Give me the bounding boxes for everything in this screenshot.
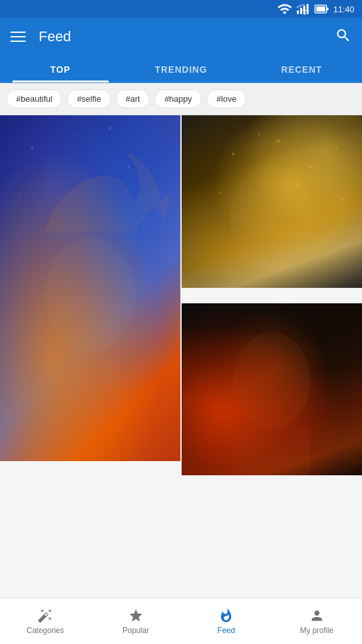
svg-rect-2 xyxy=(300,8,302,14)
wifi-icon xyxy=(277,1,292,17)
svg-point-25 xyxy=(230,167,314,270)
nav-categories-label: Categories xyxy=(26,626,64,635)
svg-point-21 xyxy=(219,191,222,194)
svg-rect-26 xyxy=(182,303,362,475)
hashtags-row: #beautiful #selfie #art #happy #love xyxy=(0,83,362,115)
tab-top[interactable]: TOP xyxy=(0,55,120,82)
status-icons: 11:40 xyxy=(277,1,354,17)
svg-rect-16 xyxy=(182,115,362,288)
svg-point-13 xyxy=(19,192,20,193)
sparkle-icon xyxy=(37,608,53,623)
battery-icon xyxy=(314,1,330,17)
image-art-1 xyxy=(0,115,180,461)
svg-point-9 xyxy=(32,147,33,149)
person-icon xyxy=(309,608,325,623)
search-button[interactable] xyxy=(335,27,352,46)
nav-myprofile-label: My profile xyxy=(300,626,334,635)
hashtag-happy[interactable]: #happy xyxy=(155,90,202,108)
bottom-nav: Categories Popular Feed My profile xyxy=(0,598,362,644)
svg-point-23 xyxy=(296,185,300,188)
tabs-bar: TOP TRENDING RECENT xyxy=(0,55,362,83)
svg-point-28 xyxy=(233,332,310,429)
svg-point-12 xyxy=(154,140,155,142)
svg-rect-6 xyxy=(327,8,329,10)
svg-point-11 xyxy=(128,166,130,168)
svg-point-17 xyxy=(232,153,234,155)
nav-categories[interactable]: Categories xyxy=(0,603,91,640)
image-art-2 xyxy=(182,115,362,288)
svg-rect-1 xyxy=(303,6,305,14)
nav-myprofile[interactable]: My profile xyxy=(272,603,363,640)
hashtag-art[interactable]: #art xyxy=(116,90,149,108)
search-icon xyxy=(335,27,352,44)
nav-popular[interactable]: Popular xyxy=(91,603,182,640)
nav-feed[interactable]: Feed xyxy=(181,603,272,640)
status-time: 11:40 xyxy=(333,5,354,14)
image-grid xyxy=(0,115,362,461)
grid-item-2[interactable] xyxy=(182,115,362,288)
image-art-3 xyxy=(182,303,362,475)
nav-popular-label: Popular xyxy=(122,626,149,635)
hashtag-love[interactable]: #love xyxy=(207,90,246,108)
svg-point-15 xyxy=(45,238,135,354)
svg-rect-0 xyxy=(307,4,309,14)
svg-point-24 xyxy=(341,198,344,200)
svg-point-10 xyxy=(77,134,78,135)
svg-rect-8 xyxy=(0,115,180,461)
svg-point-14 xyxy=(108,127,111,129)
svg-point-18 xyxy=(276,139,280,143)
grid-item-1[interactable] xyxy=(0,115,180,461)
tab-recent[interactable]: RECENT xyxy=(242,55,362,82)
svg-rect-5 xyxy=(316,6,325,12)
tab-trending[interactable]: TRENDING xyxy=(120,55,241,82)
svg-point-19 xyxy=(309,166,312,168)
hashtag-selfie[interactable]: #selfie xyxy=(67,90,111,108)
menu-button[interactable] xyxy=(10,32,26,42)
nav-feed-label: Feed xyxy=(218,626,235,635)
svg-rect-27 xyxy=(182,303,362,475)
grid-item-3[interactable] xyxy=(182,303,362,475)
svg-point-22 xyxy=(258,134,260,136)
hashtag-beautiful[interactable]: #beautiful xyxy=(6,90,62,108)
svg-rect-7 xyxy=(0,115,180,461)
app-bar-title: Feed xyxy=(39,28,335,45)
app-bar: Feed xyxy=(0,18,362,55)
signal-icon xyxy=(296,1,311,17)
svg-rect-29 xyxy=(233,426,310,475)
status-bar: 11:40 xyxy=(0,0,362,18)
star-icon xyxy=(128,608,144,623)
flame-icon xyxy=(218,608,234,623)
svg-rect-3 xyxy=(297,10,299,14)
svg-point-20 xyxy=(336,147,338,149)
